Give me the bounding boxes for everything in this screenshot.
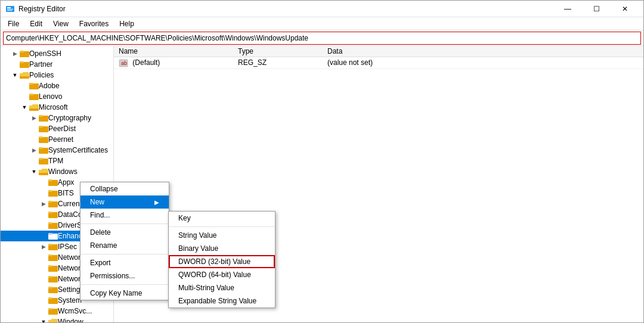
tree-item-partner[interactable]: Partner [1,59,113,70]
folder-icon [48,307,58,315]
sub-qword-value[interactable]: QWORD (64-bit) Value [169,268,275,281]
tree-label: WcmSvc... [58,307,92,315]
svg-rect-32 [48,190,52,192]
tree-item-adobe[interactable]: Adobe [1,80,113,91]
tree-item-openssh[interactable]: ▶ OpenSSH [1,48,113,59]
sub-dword-value[interactable]: DWORD (32-bit) Value [169,255,275,268]
menu-help[interactable]: Help [114,18,139,29]
svg-rect-6 [20,51,24,52]
sub-multi-string-value[interactable]: Multi-String Value [169,281,275,294]
svg-rect-3 [7,10,12,11]
sub-string-label: String Value [178,231,216,240]
column-name[interactable]: Name [114,46,233,57]
submenu-arrow: ▶ [154,199,159,206]
folder-icon-open [39,167,48,176]
ctx-rename-label: Rename [90,241,117,250]
folder-icon [20,49,29,58]
tree-item-systemcerts[interactable]: ▶ SystemCertificates [1,145,113,156]
expand-icon: ▼ [39,319,48,322]
svg-rect-42 [48,244,52,246]
table-row[interactable]: ab (Default) REG_SZ (value not set) [114,57,643,69]
maximize-button[interactable]: ☐ [583,1,610,17]
tree-item-wcmsvc[interactable]: WcmSvc... [1,306,113,316]
menu-edit[interactable]: Edit [25,18,47,29]
ctx-rename[interactable]: Rename [80,239,169,252]
ctx-find-label: Find... [90,211,110,219]
folder-icon [48,285,58,294]
ctx-find[interactable]: Find... [80,209,169,222]
minimize-button[interactable]: — [554,1,581,17]
folder-icon-open [20,71,29,79]
menu-view[interactable]: View [48,18,73,29]
tree-item-peerdist[interactable]: PeerDist [1,123,113,134]
tree-label: Peernet [48,135,73,144]
tree-item-windows[interactable]: ▼ Windows [1,166,113,177]
folder-icon [48,200,58,208]
svg-rect-46 [48,265,52,267]
expand-icon: ▼ [20,104,29,110]
tree-item-microsoft[interactable]: ▼ Microsoft [1,102,113,113]
svg-rect-34 [48,201,52,203]
expand-icon: ▼ [10,72,20,78]
sub-expandable-label: Expandable String Value [178,297,256,305]
svg-rect-40 [48,233,52,235]
tree-item-policies[interactable]: ▼ Policies [1,70,113,80]
ctx-export[interactable]: Export [80,256,169,269]
ctx-permissions[interactable]: Permissions... [80,269,169,282]
sub-string-value[interactable]: String Value [169,229,275,242]
folder-icon [48,253,58,262]
tree-item-cryptography[interactable]: ▶ Cryptography [1,113,113,123]
svg-rect-1 [7,7,11,8]
tree-item-tpm[interactable]: TPM [1,156,113,166]
tree-item-peernet[interactable]: Peernet [1,134,113,145]
sub-separator-1 [169,226,275,227]
sub-binary-value[interactable]: Binary Value [169,242,275,255]
submenu: Key String Value Binary Value DWORD (32-… [168,211,275,308]
tree-label: Cryptography [48,114,91,122]
ctx-collapse[interactable]: Collapse [80,182,169,195]
ctx-copy-key-name[interactable]: Copy Key Name [80,287,169,300]
tree-label: Microsoft [39,103,68,111]
folder-icon [48,296,58,305]
column-data[interactable]: Data [323,46,643,57]
close-button[interactable]: ✕ [611,1,639,17]
ctx-delete[interactable]: Delete [80,226,169,239]
tree-item-windowsupdate[interactable]: ▼ Window... [1,316,113,322]
ctx-separator-2 [80,254,169,254]
column-type[interactable]: Type [233,46,323,57]
menu-file[interactable]: File [3,18,24,29]
folder-icon [39,125,48,133]
title-bar: Registry Editor — ☐ ✕ [1,1,643,17]
folder-icon [48,264,58,272]
registry-editor-window: Registry Editor — ☐ ✕ File Edit View Fav… [0,0,644,323]
ctx-new[interactable]: New ▶ [80,195,169,209]
ctx-separator-3 [80,284,169,285]
svg-marker-16 [29,104,39,108]
folder-icon [48,210,58,219]
tree-item-lenovo[interactable]: Lenovo [1,91,113,102]
tree-label: Window... [58,318,89,322]
ctx-export-label: Export [90,259,111,267]
menu-bar: File Edit View Favorites Help [1,17,643,30]
tree-label: Policies [29,71,54,79]
tree-label: Windows [48,167,78,176]
menu-favorites[interactable]: Favorites [75,18,113,29]
tree-label: IPSec [58,243,77,251]
expand-icon: ▶ [29,115,39,121]
address-input[interactable] [3,32,641,45]
app-icon [5,4,15,14]
tree-label: BITS [58,189,74,197]
folder-icon [48,275,58,283]
tree-label: OpenSSH [29,49,61,58]
sub-expandable-string-value[interactable]: Expandable String Value [169,294,275,308]
svg-rect-14 [29,94,33,95]
sub-dword-label: DWORD (32-bit) Value [178,257,250,266]
folder-icon [39,135,48,144]
svg-rect-18 [39,115,43,117]
sub-binary-label: Binary Value [178,244,218,253]
svg-rect-36 [48,212,52,213]
sub-key[interactable]: Key [169,212,275,225]
expand-icon: ▶ [39,201,48,207]
ctx-delete-label: Delete [90,228,111,237]
default-value-icon: ab [119,59,128,67]
